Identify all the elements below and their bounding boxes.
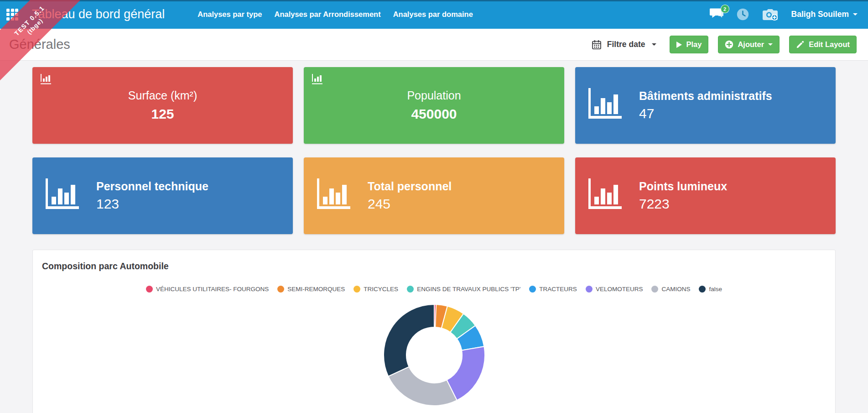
legend-label: TRACTEURS xyxy=(539,286,577,293)
donut-chart-area xyxy=(40,303,828,407)
stat-card-total-personnel: Total personnel 245 xyxy=(304,157,564,234)
legend-item[interactable]: ENGINS DE TRAVAUX PUBLICS 'TP' xyxy=(407,286,520,293)
stat-card-value: 125 xyxy=(128,106,197,122)
legend-color-dot xyxy=(699,286,706,293)
header-actions: Filtre date Play Ajouter Edit Layout xyxy=(592,36,857,53)
nav-link-analyses-par-arrondissement[interactable]: Analyses par Arrondissement xyxy=(274,10,380,19)
stat-card-points-lumineux: Points lumineux 7223 xyxy=(575,157,836,234)
stat-card-value: 7223 xyxy=(639,196,727,212)
legend-item[interactable]: TRACTEURS xyxy=(529,286,577,293)
chevron-down-icon xyxy=(853,13,858,16)
stat-card-value: 245 xyxy=(368,196,452,212)
stat-card-title: Surface (km²) xyxy=(128,89,197,102)
nav-link-analyses-par-domaine[interactable]: Analyses par domaine xyxy=(393,10,473,19)
page-header: Générales Filtre date Play xyxy=(0,29,868,61)
legend-item[interactable]: false xyxy=(699,286,722,293)
stat-card-surface: Surface (km²) 125 xyxy=(32,67,293,144)
stat-card-title: Bâtiments administratifs xyxy=(639,89,772,103)
nav-link-analyses-par-type[interactable]: Analyses par type xyxy=(198,10,262,19)
stat-card-value: 450000 xyxy=(407,106,461,122)
legend-color-dot xyxy=(277,286,284,293)
camera-add-icon xyxy=(762,8,778,21)
donut-segment[interactable] xyxy=(384,304,434,376)
legend-label: CAMIONS xyxy=(661,286,690,293)
user-name: Baligh Souilem xyxy=(791,10,849,19)
stat-card-population: Population 450000 xyxy=(304,67,564,144)
legend-color-dot xyxy=(146,286,153,293)
bar-chart-icon xyxy=(587,177,624,214)
bar-chart-icon[interactable] xyxy=(41,74,52,87)
date-filter-label: Filtre date xyxy=(607,40,645,49)
stat-card-title: Points lumineux xyxy=(639,180,727,193)
legend-color-dot xyxy=(529,286,536,293)
legend-label: TRICYCLES xyxy=(364,286,398,293)
page-title: Générales xyxy=(9,37,70,52)
donut-segment[interactable] xyxy=(388,367,457,406)
legend-item[interactable]: TRICYCLES xyxy=(353,286,398,293)
legend-label: SEMI-REMORQUES xyxy=(287,286,345,293)
plus-circle-icon xyxy=(725,40,733,49)
stat-card-title: Personnel technique xyxy=(96,180,208,193)
chart-legend: VÉHICULES UTILITAIRES- FOURGONSSEMI-REMO… xyxy=(40,286,828,293)
stat-card-personnel-technique: Personnel technique 123 xyxy=(32,157,293,234)
composition-parc-automobile-card: Composition parc Automobile VÉHICULES UT… xyxy=(32,250,836,413)
date-filter-dropdown[interactable]: Filtre date xyxy=(592,40,657,50)
user-menu[interactable]: Baligh Souilem xyxy=(791,10,858,19)
messages-button[interactable]: 2 xyxy=(710,8,723,21)
legend-item[interactable]: VÉHICULES UTILITAIRES- FOURGONS xyxy=(146,286,269,293)
add-photo-button[interactable] xyxy=(762,8,778,21)
messages-count-badge: 2 xyxy=(721,5,729,13)
bar-chart-icon xyxy=(316,177,352,214)
legend-label: false xyxy=(709,286,722,293)
chevron-down-icon xyxy=(652,43,656,46)
stat-card-value: 47 xyxy=(639,106,772,121)
play-button[interactable]: Play xyxy=(670,36,708,53)
clock-icon xyxy=(737,8,749,21)
chevron-down-icon xyxy=(768,43,773,46)
chart-title: Composition parc Automobile xyxy=(40,260,828,272)
apps-menu-button[interactable] xyxy=(5,7,20,22)
pencil-icon xyxy=(796,40,805,49)
stat-card-title: Population xyxy=(407,89,461,102)
stat-card-title: Total personnel xyxy=(368,180,452,193)
legend-color-dot xyxy=(651,286,658,293)
dashboard-page: Tableau de bord général Analyses par typ… xyxy=(0,0,868,413)
bar-chart-icon xyxy=(587,87,624,124)
bar-chart-icon[interactable] xyxy=(312,74,324,87)
dashboard-content: Surface (km²) 125 Population 450000 xyxy=(0,61,868,413)
main-nav: Analyses par type Analyses par Arrondiss… xyxy=(198,10,473,19)
navbar-right: 2 Baligh Souilem xyxy=(710,8,858,21)
history-button[interactable] xyxy=(737,8,749,21)
bar-chart-icon xyxy=(44,177,81,214)
top-navbar: Tableau de bord général Analyses par typ… xyxy=(0,0,868,29)
legend-item[interactable]: CAMIONS xyxy=(651,286,690,293)
calendar-icon xyxy=(592,40,602,50)
add-widget-button[interactable]: Ajouter xyxy=(718,36,780,53)
legend-color-dot xyxy=(353,286,360,293)
legend-label: ENGINS DE TRAVAUX PUBLICS 'TP' xyxy=(417,286,520,293)
legend-item[interactable]: SEMI-REMORQUES xyxy=(277,286,345,293)
stat-card-batiments-administratifs: Bâtiments administratifs 47 xyxy=(575,67,836,144)
edit-layout-button[interactable]: Edit Layout xyxy=(789,36,857,53)
play-icon xyxy=(676,42,682,48)
legend-label: VELOMOTEURS xyxy=(596,286,643,293)
legend-color-dot xyxy=(586,286,593,293)
donut-chart xyxy=(383,303,486,407)
legend-label: VÉHICULES UTILITAIRES- FOURGONS xyxy=(156,286,269,293)
legend-color-dot xyxy=(407,286,414,293)
stat-cards-grid: Surface (km²) 125 Population 450000 xyxy=(32,67,836,234)
stat-card-value: 123 xyxy=(96,196,208,212)
app-title: Tableau de bord général xyxy=(32,7,165,21)
legend-item[interactable]: VELOMOTEURS xyxy=(586,286,643,293)
